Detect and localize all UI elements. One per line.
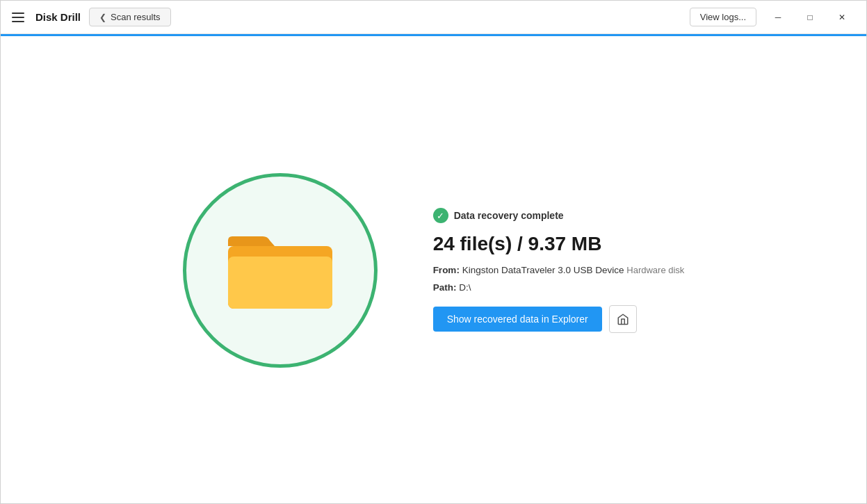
window-controls: ─ □ ✕ <box>762 6 858 29</box>
from-value: Kingston DataTraveler 3.0 USB Device <box>462 265 624 275</box>
minimize-button[interactable]: ─ <box>762 6 794 29</box>
close-button[interactable]: ✕ <box>826 6 858 29</box>
path-value: D:\ <box>459 282 471 293</box>
scan-results-button[interactable]: ❮ Scan results <box>89 8 171 26</box>
titlebar-right: View logs... ─ □ ✕ <box>690 6 858 29</box>
path-label: Path: <box>433 282 457 293</box>
app-title: Disk Drill <box>35 11 81 23</box>
action-row: Show recovered data in Explorer <box>433 305 685 333</box>
hardware-label: Hardware disk <box>626 265 684 275</box>
view-logs-button[interactable]: View logs... <box>690 8 756 26</box>
chevron-left-icon: ❮ <box>99 13 106 22</box>
svg-rect-1 <box>228 257 332 309</box>
titlebar-left: Disk Drill ❮ Scan results <box>9 8 171 26</box>
info-panel: ✓ Data recovery complete 24 file(s) / 9.… <box>433 208 685 333</box>
path-row: Path: D:\ <box>433 282 685 293</box>
home-icon <box>617 313 629 325</box>
maximize-button[interactable]: □ <box>794 6 826 29</box>
main-content: ✓ Data recovery complete 24 file(s) / 9.… <box>1 36 866 504</box>
files-count: 24 file(s) / 9.37 MB <box>433 233 685 255</box>
status-row: ✓ Data recovery complete <box>433 208 685 223</box>
check-icon: ✓ <box>433 208 448 223</box>
from-row: From: Kingston DataTraveler 3.0 USB Devi… <box>433 265 685 275</box>
status-text: Data recovery complete <box>454 210 564 221</box>
home-button[interactable] <box>609 305 637 333</box>
folder-icon <box>225 225 336 316</box>
menu-icon[interactable] <box>9 10 27 25</box>
from-label: From: <box>433 265 460 275</box>
titlebar: Disk Drill ❮ Scan results View logs... ─… <box>1 1 866 34</box>
show-explorer-button[interactable]: Show recovered data in Explorer <box>433 307 602 332</box>
scan-results-label: Scan results <box>111 12 161 22</box>
folder-illustration <box>183 173 378 368</box>
